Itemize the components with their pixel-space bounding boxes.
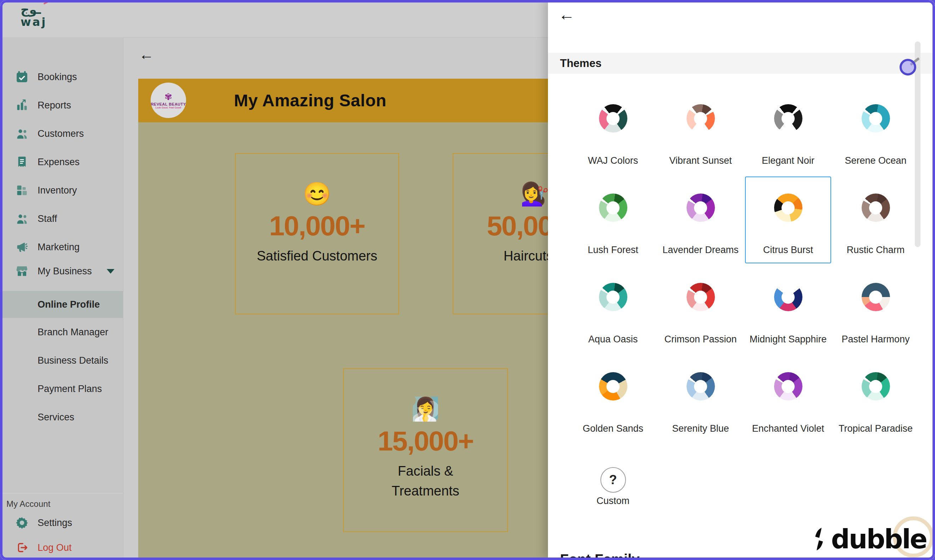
theme-swatch-donut	[599, 283, 627, 311]
theme-label: WAJ Colors	[588, 155, 638, 166]
theme-swatch-donut	[599, 194, 627, 222]
people-icon	[15, 127, 28, 140]
logout-label: Log Out	[38, 542, 72, 553]
sidebar-item-expenses[interactable]: Expenses	[0, 148, 123, 176]
sidebar-nav: BookingsReportsCustomersExpensesInventor…	[0, 37, 123, 261]
stat-card-satisfied-customers: 😊 10,000+ Satisfied Customers	[235, 153, 399, 314]
sidebar-item-my-business[interactable]: My Business	[0, 257, 123, 285]
sidebar-item-settings[interactable]: Settings	[0, 511, 123, 535]
dubble-watermark: dubble	[810, 524, 926, 554]
sidebar-item-customers[interactable]: Customers	[0, 120, 123, 148]
click-indicator	[900, 59, 916, 75]
sidebar-item-label: Bookings	[38, 72, 77, 83]
waj-logo-arabic: ـوج	[20, 3, 47, 15]
people-icon	[15, 212, 28, 225]
theme-label: Vibrant Sunset	[669, 155, 732, 166]
panel-scrollbar-thumb[interactable]	[915, 42, 920, 247]
waj-logo[interactable]: ـوج waj	[20, 3, 47, 28]
theme-label: Rustic Charm	[847, 245, 905, 255]
stat-label: Satisfied Customers	[256, 246, 378, 266]
theme-swatch-donut	[599, 372, 627, 400]
sidebar-item-label: My Business	[38, 266, 92, 277]
theme-label: Pastel Harmony	[841, 334, 909, 345]
business-avatar[interactable]: ✾ REVEAL BEAUTY Look Good. Feel Good!	[151, 83, 186, 118]
theme-option-serenity-blue[interactable]: Serenity Blue	[657, 372, 744, 462]
sidebar-subitem-online-profile[interactable]: Online Profile	[0, 291, 123, 318]
sidebar-subitem-branch-manager[interactable]: Branch Manager	[0, 318, 123, 346]
stat-card-facials-treatments: 🧖‍♀️ 15,000+ Facials & Treatments	[343, 368, 508, 532]
sidebar-subitem-business-details[interactable]: Business Details	[0, 346, 123, 375]
dubble-watermark-text: dubble	[831, 524, 926, 554]
theme-option-vibrant-sunset[interactable]: Vibrant Sunset	[657, 104, 744, 194]
megaphone-icon	[15, 241, 28, 254]
sidebar-item-label: Settings	[38, 517, 72, 528]
boxes-icon	[15, 184, 28, 197]
account-section: My Account Settings Log Out	[0, 493, 123, 560]
woman-steam-room-emoji: 🧖‍♀️	[412, 397, 440, 422]
themes-header: Themes	[548, 53, 935, 74]
sidebar-item-label: Staff	[38, 213, 57, 225]
theme-option-citrus-burst[interactable]: Citrus Burst	[744, 194, 832, 283]
theme-swatch-donut	[687, 194, 715, 222]
sidebar-item-label: Inventory	[38, 185, 77, 196]
theme-swatch-donut	[774, 372, 803, 400]
theme-swatch-donut	[687, 283, 715, 311]
app-window: ـوج waj BookingsReportsCustomersExpenses…	[0, 0, 935, 560]
theme-label: Tropical Paradise	[838, 423, 913, 434]
sidebar-item-bookings[interactable]: Bookings	[0, 63, 123, 91]
theme-swatch-donut	[774, 283, 803, 311]
theme-label: Custom	[597, 495, 629, 506]
my-business-subnav: Online ProfileBranch ManagerBusiness Det…	[0, 291, 123, 431]
theme-label: Aqua Oasis	[588, 334, 638, 345]
theme-option-crimson-passion[interactable]: Crimson Passion	[657, 283, 744, 372]
theme-option-midnight-sapphire[interactable]: Midnight Sapphire	[744, 283, 832, 372]
avatar-brand-text: REVEAL BEAUTY	[151, 102, 186, 106]
theme-option-aqua-oasis[interactable]: Aqua Oasis	[569, 283, 657, 372]
avatar-mandala-icon: ✾	[165, 92, 172, 102]
themes-panel: ← Themes WAJ ColorsVibrant SunsetElegant…	[548, 0, 935, 560]
theme-option-rustic-charm[interactable]: Rustic Charm	[832, 194, 920, 283]
theme-swatch-donut	[774, 104, 803, 132]
stat-label: Facials & Treatments	[364, 461, 487, 501]
theme-label: Citrus Burst	[763, 245, 813, 255]
themes-header-title: Themes	[560, 57, 601, 70]
theme-option-waj-colors[interactable]: WAJ Colors	[569, 104, 657, 194]
theme-label: Golden Sands	[583, 423, 643, 434]
theme-swatch-donut	[862, 372, 890, 400]
stat-value: 15,000+	[377, 427, 473, 455]
stat-value: 10,000+	[269, 212, 365, 240]
account-section-label: My Account	[6, 499, 123, 509]
theme-grid: WAJ ColorsVibrant SunsetElegant NoirSere…	[569, 104, 920, 551]
smiling-face-emoji: 😊	[303, 182, 331, 206]
theme-option-tropical-paradise[interactable]: Tropical Paradise	[832, 372, 920, 462]
panel-back-arrow-icon[interactable]: ←	[558, 6, 575, 23]
theme-option-lavender-dreams[interactable]: Lavender Dreams	[657, 194, 744, 283]
theme-swatch-donut	[687, 372, 715, 400]
theme-option-custom[interactable]: ?Custom	[569, 462, 657, 551]
theme-label: Midnight Sapphire	[750, 334, 827, 345]
font-family-header: Font Family	[560, 551, 640, 560]
sidebar-item-logout[interactable]: Log Out	[0, 535, 123, 560]
sidebar-subitem-payment-plans[interactable]: Payment Plans	[0, 375, 123, 403]
chevron-down-icon	[107, 269, 114, 274]
sidebar-item-reports[interactable]: Reports	[0, 91, 123, 120]
sidebar-item-staff[interactable]: Staff	[0, 205, 123, 233]
sidebar: BookingsReportsCustomersExpensesInventor…	[0, 37, 123, 560]
theme-option-lush-forest[interactable]: Lush Forest	[569, 194, 657, 283]
dubble-logo-icon	[810, 528, 827, 551]
back-arrow-icon[interactable]: ←	[139, 47, 154, 62]
theme-label: Enchanted Violet	[752, 423, 824, 434]
theme-option-enchanted-violet[interactable]: Enchanted Violet	[744, 372, 832, 462]
sidebar-item-label: Customers	[38, 128, 84, 139]
sidebar-item-label: Marketing	[38, 242, 80, 253]
theme-label: Serene Ocean	[844, 155, 906, 166]
sidebar-subitem-services[interactable]: Services	[0, 403, 123, 431]
theme-swatch-donut	[862, 283, 890, 311]
theme-option-golden-sands[interactable]: Golden Sands	[569, 372, 657, 462]
theme-label: Lush Forest	[587, 245, 638, 255]
theme-swatch-donut	[862, 104, 890, 132]
theme-option-serene-ocean[interactable]: Serene Ocean	[832, 104, 920, 194]
theme-option-pastel-harmony[interactable]: Pastel Harmony	[832, 283, 920, 372]
sidebar-item-inventory[interactable]: Inventory	[0, 176, 123, 205]
avatar-tagline-text: Look Good. Feel Good!	[155, 106, 181, 109]
